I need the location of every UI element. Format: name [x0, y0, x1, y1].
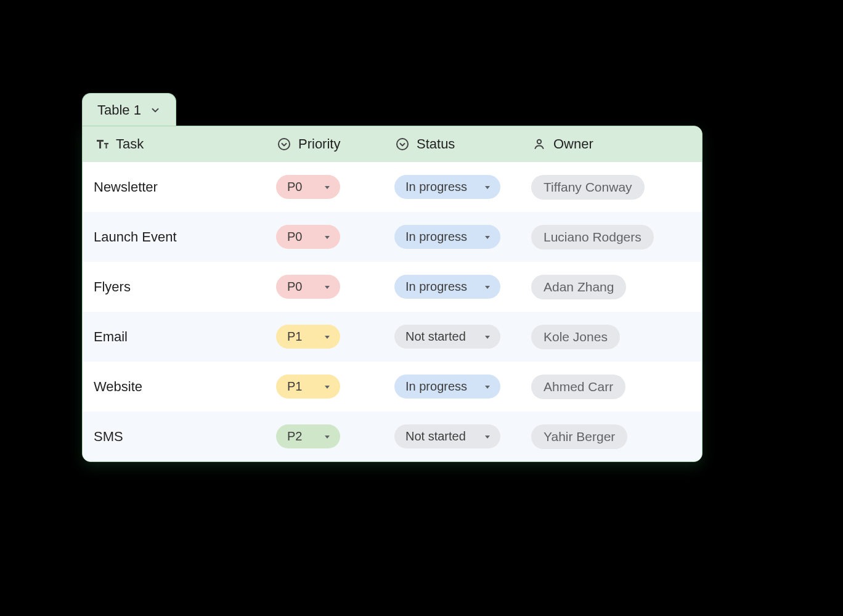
- status-value: In progress: [405, 379, 467, 394]
- priority-value: P1: [287, 379, 302, 394]
- column-label: Task: [116, 136, 144, 152]
- owner-value: Ahmed Carr: [544, 379, 613, 394]
- owner-pill: Adan Zhang: [531, 275, 626, 299]
- caret-down-icon: [324, 234, 330, 240]
- caret-down-icon: [484, 334, 491, 340]
- table-row: FlyersP0In progressAdan Zhang: [83, 262, 702, 312]
- caret-down-icon: [484, 184, 491, 190]
- column-label: Status: [417, 136, 455, 152]
- svg-point-1: [397, 139, 408, 150]
- svg-marker-14: [485, 436, 490, 439]
- owner-value: Tiffany Conway: [544, 180, 632, 195]
- svg-marker-6: [485, 236, 490, 239]
- status-pill[interactable]: Not started: [394, 424, 500, 448]
- owner-value: Yahir Berger: [544, 429, 615, 444]
- priority-pill[interactable]: P0: [276, 275, 340, 299]
- owner-value: Kole Jones: [544, 330, 608, 344]
- column-header-owner[interactable]: Owner: [523, 126, 702, 162]
- caret-down-icon: [484, 384, 491, 390]
- priority-pill[interactable]: P0: [276, 175, 340, 199]
- owner-pill: Tiffany Conway: [531, 175, 645, 200]
- owner-pill: Kole Jones: [531, 325, 620, 349]
- priority-pill[interactable]: P0: [276, 225, 340, 249]
- table-header: Task Priority Status Owner: [83, 126, 702, 162]
- task-cell: Launch Event: [94, 229, 177, 245]
- column-header-priority[interactable]: Priority: [267, 126, 386, 162]
- svg-marker-4: [485, 186, 490, 189]
- priority-pill[interactable]: P1: [276, 325, 340, 349]
- priority-value: P1: [287, 330, 302, 344]
- svg-marker-7: [325, 286, 330, 289]
- svg-marker-9: [325, 336, 330, 339]
- status-pill[interactable]: In progress: [394, 275, 500, 299]
- column-header-status[interactable]: Status: [386, 126, 523, 162]
- owner-pill: Ahmed Carr: [531, 375, 625, 399]
- status-pill[interactable]: Not started: [394, 325, 500, 349]
- table-tab[interactable]: Table 1: [82, 93, 176, 126]
- svg-point-0: [279, 139, 290, 150]
- table-row: EmailP1Not startedKole Jones: [83, 312, 702, 362]
- person-icon: [531, 136, 547, 152]
- svg-marker-11: [325, 386, 330, 389]
- column-header-task[interactable]: Task: [83, 126, 267, 162]
- caret-down-icon: [324, 384, 330, 390]
- dropdown-circle-icon: [394, 136, 410, 152]
- status-value: Not started: [405, 429, 466, 444]
- caret-down-icon: [484, 234, 491, 240]
- task-cell: SMS: [94, 429, 123, 445]
- caret-down-icon: [324, 434, 330, 440]
- table-row: WebsiteP1In progressAhmed Carr: [83, 362, 702, 411]
- table-panel: Task Priority Status Owner New: [82, 126, 702, 462]
- caret-down-icon: [324, 284, 330, 290]
- chevron-down-icon: [150, 105, 161, 116]
- owner-value: Luciano Rodgers: [544, 230, 641, 245]
- caret-down-icon: [484, 284, 491, 290]
- priority-value: P0: [287, 180, 302, 194]
- caret-down-icon: [324, 184, 330, 190]
- task-cell: Newsletter: [94, 179, 158, 195]
- owner-value: Adan Zhang: [544, 280, 614, 294]
- status-value: Not started: [405, 330, 466, 344]
- svg-marker-3: [325, 186, 330, 189]
- caret-down-icon: [324, 334, 330, 340]
- table-row: SMSP2Not startedYahir Berger: [83, 411, 702, 461]
- svg-marker-10: [485, 336, 490, 339]
- priority-value: P2: [287, 429, 302, 444]
- status-value: In progress: [405, 280, 467, 294]
- status-value: In progress: [405, 180, 467, 194]
- task-cell: Flyers: [94, 279, 131, 295]
- status-value: In progress: [405, 230, 467, 244]
- svg-marker-8: [485, 286, 490, 289]
- svg-point-2: [537, 140, 541, 144]
- table-row: NewsletterP0In progressTiffany Conway: [83, 162, 702, 212]
- priority-value: P0: [287, 280, 302, 294]
- priority-value: P0: [287, 230, 302, 244]
- table-body: NewsletterP0In progressTiffany ConwayLau…: [83, 162, 702, 461]
- text-icon: [94, 136, 110, 152]
- priority-pill[interactable]: P1: [276, 375, 340, 399]
- owner-pill: Yahir Berger: [531, 424, 627, 449]
- task-cell: Website: [94, 379, 142, 395]
- priority-pill[interactable]: P2: [276, 424, 340, 448]
- svg-marker-12: [485, 386, 490, 389]
- svg-marker-13: [325, 436, 330, 439]
- task-cell: Email: [94, 329, 128, 345]
- column-label: Priority: [298, 136, 340, 152]
- table-row: Launch EventP0In progressLuciano Rodgers: [83, 212, 702, 262]
- owner-pill: Luciano Rodgers: [531, 225, 654, 249]
- svg-marker-5: [325, 236, 330, 239]
- status-pill[interactable]: In progress: [394, 175, 500, 199]
- caret-down-icon: [484, 434, 491, 440]
- dropdown-circle-icon: [276, 136, 292, 152]
- table-tab-label: Table 1: [97, 102, 141, 118]
- column-label: Owner: [553, 136, 593, 152]
- status-pill[interactable]: In progress: [394, 375, 500, 399]
- status-pill[interactable]: In progress: [394, 225, 500, 249]
